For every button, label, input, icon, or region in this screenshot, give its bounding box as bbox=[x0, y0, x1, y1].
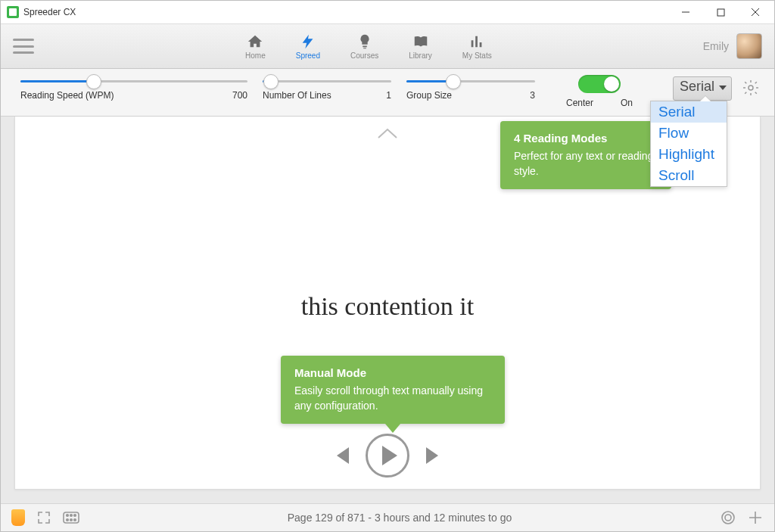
nav-label: Library bbox=[409, 51, 432, 60]
prev-button[interactable] bbox=[337, 447, 349, 464]
expand-button[interactable] bbox=[36, 509, 52, 526]
lines-control: Number Of Lines 1 bbox=[255, 75, 399, 101]
group-slider[interactable] bbox=[406, 75, 535, 87]
mode-option-highlight[interactable]: Highlight bbox=[651, 144, 727, 165]
user-area: Emily bbox=[703, 33, 762, 59]
speed-control: Reading Speed (WPM) 700 bbox=[13, 75, 255, 101]
status-bar: Page 129 of 871 - 3 hours and 12 minutes… bbox=[1, 503, 774, 531]
expand-icon bbox=[37, 511, 51, 524]
bolt-icon bbox=[300, 33, 316, 50]
toolbar: Home Spreed Courses Library My Stats Emi… bbox=[1, 24, 774, 69]
badge-icon[interactable] bbox=[11, 509, 25, 526]
lines-slider[interactable] bbox=[263, 75, 391, 87]
svg-point-5 bbox=[74, 515, 76, 517]
app-window: Spreeder CX Home Spreed Courses bbox=[0, 0, 775, 532]
nav-label: Home bbox=[245, 51, 266, 60]
center-toggle-block: Center On bbox=[543, 75, 656, 108]
gear-icon bbox=[742, 79, 760, 97]
svg-point-7 bbox=[70, 519, 73, 521]
tooltip-title: 4 Reading Modes bbox=[514, 132, 658, 145]
group-value: 3 bbox=[530, 90, 535, 101]
book-icon bbox=[412, 33, 429, 50]
mode-option-flow[interactable]: Flow bbox=[651, 123, 727, 144]
tooltip-body: Easily scroll through text manually usin… bbox=[294, 384, 491, 413]
play-controls bbox=[337, 434, 438, 478]
nav-label: Spreed bbox=[296, 51, 320, 60]
group-control: Group Size 3 bbox=[399, 75, 543, 101]
group-label: Group Size bbox=[406, 90, 452, 101]
tooltip-title: Manual Mode bbox=[294, 366, 491, 379]
target-icon bbox=[721, 510, 736, 525]
mode-option-scroll[interactable]: Scroll bbox=[651, 165, 727, 186]
minimize-button[interactable] bbox=[668, 1, 703, 23]
status-text: Page 129 of 871 - 3 hours and 12 minutes… bbox=[79, 512, 720, 524]
svg-point-10 bbox=[725, 515, 731, 521]
play-button[interactable] bbox=[366, 434, 409, 478]
nav-courses[interactable]: Courses bbox=[350, 33, 378, 60]
lines-label: Number Of Lines bbox=[263, 90, 331, 101]
close-button[interactable] bbox=[738, 1, 773, 23]
user-name: Emily bbox=[703, 40, 729, 52]
center-toggle[interactable] bbox=[578, 75, 621, 93]
svg-point-1 bbox=[749, 86, 753, 90]
nav: Home Spreed Courses Library My Stats bbox=[34, 33, 703, 60]
tooltip-body: Perfect for any text or reading style. bbox=[514, 149, 658, 179]
mode-area: Serial Serial Flow Highlight Scroll bbox=[656, 75, 762, 101]
grid-button[interactable] bbox=[63, 509, 79, 526]
menu-button[interactable] bbox=[13, 39, 34, 54]
nav-label: My Stats bbox=[462, 51, 492, 60]
maximize-button[interactable] bbox=[703, 1, 738, 23]
svg-rect-0 bbox=[717, 9, 724, 16]
avatar[interactable] bbox=[736, 33, 762, 59]
add-button[interactable] bbox=[747, 509, 764, 526]
play-icon bbox=[382, 446, 397, 465]
center-label: Center bbox=[566, 98, 593, 108]
home-icon bbox=[247, 33, 263, 50]
nav-library[interactable]: Library bbox=[409, 33, 432, 60]
speed-slider[interactable] bbox=[20, 75, 247, 87]
nav-spreed[interactable]: Spreed bbox=[296, 33, 320, 60]
mode-option-serial[interactable]: Serial bbox=[651, 101, 727, 123]
bulb-icon bbox=[356, 33, 373, 50]
speed-value: 700 bbox=[232, 90, 247, 101]
scroll-up-button[interactable] bbox=[377, 127, 398, 142]
svg-point-3 bbox=[67, 515, 69, 517]
svg-point-6 bbox=[67, 519, 69, 521]
center-state: On bbox=[621, 98, 633, 108]
stats-icon bbox=[468, 33, 485, 50]
speed-label: Reading Speed (WPM) bbox=[20, 90, 114, 101]
mode-selected: Serial bbox=[680, 79, 714, 94]
svg-point-4 bbox=[70, 515, 73, 517]
nav-label: Courses bbox=[350, 51, 378, 60]
nav-home[interactable]: Home bbox=[245, 33, 266, 60]
nav-stats[interactable]: My Stats bbox=[462, 33, 492, 60]
settings-button[interactable] bbox=[739, 76, 762, 99]
title-bar: Spreeder CX bbox=[1, 1, 774, 24]
target-button[interactable] bbox=[720, 509, 736, 526]
controls-row: Reading Speed (WPM) 700 Number Of Lines … bbox=[1, 69, 774, 117]
next-button[interactable] bbox=[426, 447, 438, 464]
lines-value: 1 bbox=[386, 90, 391, 101]
svg-point-9 bbox=[722, 512, 734, 524]
plus-icon bbox=[748, 510, 763, 525]
app-icon bbox=[7, 6, 19, 18]
reader-text: this contention it bbox=[1, 292, 774, 321]
mode-dropdown: Serial Flow Highlight Scroll bbox=[650, 101, 727, 187]
tooltip-manual-mode: Manual Mode Easily scroll through text m… bbox=[281, 356, 505, 424]
window-title: Spreeder CX bbox=[23, 7, 76, 17]
tooltip-reading-modes: 4 Reading Modes Perfect for any text or … bbox=[500, 121, 671, 189]
svg-point-8 bbox=[74, 519, 76, 521]
grid-icon bbox=[63, 512, 79, 524]
